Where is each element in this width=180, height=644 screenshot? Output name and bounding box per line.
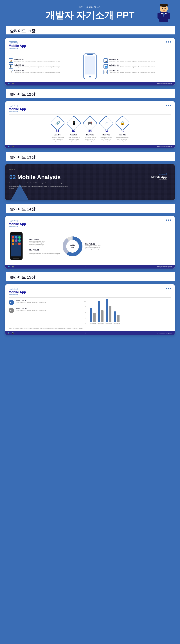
- feature-icon-4: 👥: [104, 64, 108, 68]
- slide11-left-features: 🏠 Main Title 01 Lorem ipsum dolor sit am…: [9, 58, 76, 74]
- slide14-right-labels: Main Title 01 Lorem ipsum dolor sit amet…: [85, 243, 103, 250]
- feature-icon-2: 📞: [104, 58, 108, 63]
- donut-chart: Mobile Data: [62, 236, 83, 257]
- slide14-page: ‹ 14 ›: [84, 266, 87, 268]
- bar-pair-2: [98, 301, 104, 322]
- slide11-brand: Application Mobile App Presentation: [9, 40, 26, 49]
- slide14-divider: [9, 229, 171, 230]
- bar-pair-4: [114, 312, 120, 322]
- bottom-padding: [0, 338, 180, 344]
- character-svg: [157, 4, 171, 24]
- svg-point-16: [12, 236, 14, 238]
- feature-text-2: Main Title 02 Lorem ipsum dolor sit amet…: [109, 58, 155, 62]
- feature-icon-6: 💭: [104, 70, 108, 74]
- bar-gray-4: [117, 315, 120, 322]
- svg-text:Mobile: Mobile: [70, 244, 75, 246]
- bar-blue-3: [106, 299, 108, 322]
- slide11-right-features: 📞 Main Title 02 Lorem ipsum dolor sit am…: [104, 58, 171, 74]
- slide13-analysis-text: Mobile Analysis: [17, 174, 61, 180]
- svg-point-23: [15, 242, 17, 245]
- slide13-brand: Application Mobile App Presentation: [151, 172, 167, 180]
- instagram-icon: 📷: [12, 146, 14, 147]
- game-icon: 🎮: [88, 121, 93, 126]
- bar-blue-4: [114, 312, 116, 322]
- feature-text-3: Main Title 03 Lorem ipsum dolor sit amet…: [14, 64, 60, 68]
- slide13-app-label: Application: [158, 173, 167, 175]
- bar-blue-2: [98, 301, 100, 322]
- diamond-icon-2: 📱: [66, 116, 82, 131]
- slide15-right: 100 75 50 25 0: [84, 300, 171, 325]
- bar-cat-4: Category 4: [114, 323, 120, 324]
- header-main-title: 개발자 자기소개 PPT: [3, 10, 177, 20]
- feature-text-5: Main Title 05 Lorem ipsum dolor sit amet…: [14, 70, 60, 74]
- feature-item-3: 📱 Main Title 03 Lorem ipsum dolor sit am…: [9, 64, 76, 68]
- svg-rect-13: [87, 54, 93, 55]
- slide13-content: Application Mobile App Presentation 02 M…: [9, 169, 171, 190]
- slide14-label: 슬라이드 14장: [5, 204, 175, 212]
- character-figure: [157, 4, 171, 24]
- slide12-item-5: 🔒 05 Main Title Lorem ipsum dolor sit am…: [116, 118, 129, 142]
- slide13-app-sub: Presentation: [151, 179, 167, 180]
- instagram-icon: 📷: [12, 266, 14, 268]
- slide14-app-name: Mobile App: [9, 222, 26, 226]
- link-icon: 🔗: [55, 121, 60, 126]
- feature-icon-5: 💬: [9, 70, 13, 74]
- slide15-url: www.yourcompany.com: [157, 332, 172, 334]
- twitter-icon: 🐦: [8, 266, 10, 268]
- slide12-url: www.yourcompany.com: [157, 146, 172, 147]
- slide15-item-1: 01 Main Title 01 Lorem ipsum dolor sit a…: [9, 300, 81, 305]
- slide13-dots: [9, 169, 171, 170]
- feature-item-1: 🏠 Main Title 01 Lorem ipsum dolor sit am…: [9, 58, 76, 63]
- feature-item-2: 📞 Main Title 02 Lorem ipsum dolor sit am…: [104, 58, 171, 63]
- slide15-menu-dots[interactable]: [166, 288, 171, 289]
- page-header: 잘만든 피피티 템플릿 개발자 자기소개 PPT: [0, 0, 180, 22]
- slide11-footer: 🐦 f 📷 ‹ 11 › www.yourcompany.com: [5, 82, 175, 86]
- slide12-section: Application Mobile App Presentation 🔗 01…: [5, 101, 175, 148]
- slide13-desc2: magna sed pulvinar ultricies, purus lect…: [9, 186, 71, 190]
- slide11-section: Application Mobile App Presentation 🏠 Ma…: [5, 38, 175, 86]
- facebook-icon: f: [11, 266, 11, 268]
- slide13-num: 02: [9, 174, 16, 180]
- nitem-text-2: Main Title 02 Lorem ipsum dolor sit amet…: [16, 308, 46, 311]
- slide12-label: 슬라이드 12장: [5, 89, 175, 98]
- svg-rect-8: [158, 12, 160, 19]
- slide15-section: Application Mobile App Presentation 01 M…: [5, 284, 175, 335]
- feature-item-4: 👥 Main Title 04 Lorem ipsum dolor sit am…: [104, 64, 171, 68]
- slide15-left: 01 Main Title 01 Lorem ipsum dolor sit a…: [9, 300, 81, 316]
- slide11-content: 🏠 Main Title 01 Lorem ipsum dolor sit am…: [5, 52, 175, 80]
- bar-pair-3: [106, 299, 111, 322]
- slide15-app-name: Mobile App: [9, 290, 26, 294]
- nitem-text-1: Main Title 01 Lorem ipsum dolor sit amet…: [16, 300, 46, 303]
- svg-rect-25: [13, 258, 19, 259]
- slide12-app-name: Mobile App: [9, 108, 26, 111]
- diamond-icon-1: 🔗: [50, 116, 65, 131]
- slide12-footer: 🐦 f 📷 ‹ 12 › www.yourcompany.com: [5, 145, 175, 148]
- bar-gray-1: [93, 313, 96, 322]
- slide14-app-label: Application: [9, 220, 17, 222]
- feature-icon-1: 🏠: [9, 58, 13, 63]
- feature-text-1: Main Title 01 Lorem ipsum dolor sit amet…: [14, 58, 60, 62]
- slide15-label: 슬라이드 15장: [5, 272, 175, 281]
- donut-main-title2: Main Title 02 ●: [29, 249, 60, 251]
- donut-label-2: Main Title 01 Lorem ipsum dolor sit amet…: [85, 243, 103, 250]
- slide14-menu-dots[interactable]: [166, 220, 171, 221]
- bar-cat-1: Category 1: [90, 323, 96, 324]
- slide11-divider: [9, 51, 171, 51]
- svg-point-17: [15, 236, 17, 238]
- svg-point-12: [89, 76, 91, 78]
- svg-text:Data: Data: [71, 246, 75, 248]
- bar-gray-3: [109, 306, 111, 322]
- slide11-url: www.yourcompany.com: [157, 83, 172, 84]
- bar-group-1: Category 1: [90, 308, 96, 324]
- slide11-center-phone: [78, 53, 102, 80]
- y-axis: 100 75 50 25 0: [84, 301, 87, 324]
- slide11-app-sub: Presentation: [9, 48, 26, 49]
- feature-item-6: 💭 Main Title 06 Lorem ipsum dolor sit am…: [104, 70, 171, 74]
- slide12-menu-dots[interactable]: [166, 104, 171, 106]
- slide11-menu-dots[interactable]: [166, 41, 171, 42]
- bar-group-2: Category 2: [98, 301, 104, 324]
- slide14-app-sub: Presentation: [9, 226, 26, 228]
- phone-svg-14: [9, 232, 24, 260]
- svg-rect-9: [168, 12, 170, 19]
- header-subtitle: 잘만든 피피티 템플릿: [3, 6, 177, 9]
